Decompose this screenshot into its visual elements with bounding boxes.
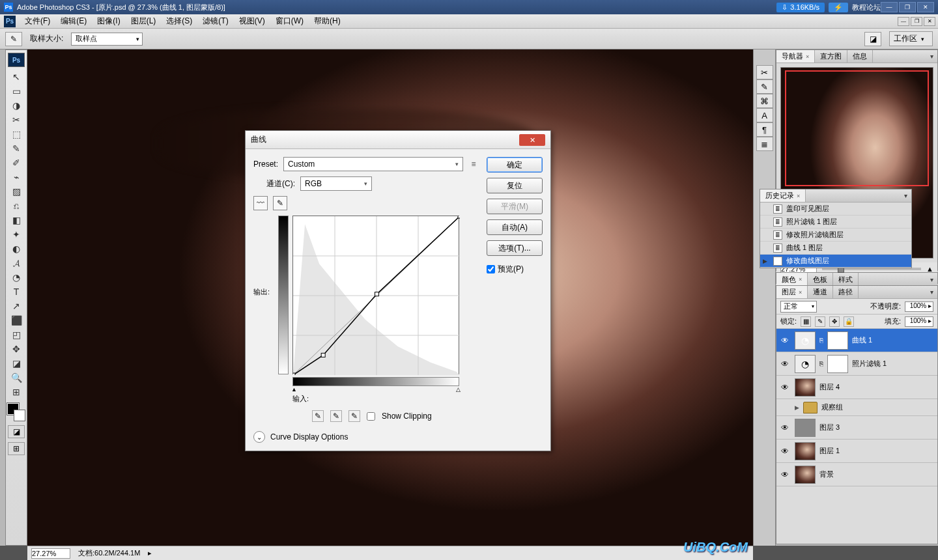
tool-button[interactable]: ✐ <box>8 156 25 170</box>
view-config-icon[interactable]: ◪ <box>864 32 881 46</box>
tab-histogram[interactable]: 直方图 <box>815 50 847 63</box>
panel-menu-icon[interactable]: ▾ <box>926 276 937 283</box>
layer-mask-thumb[interactable] <box>827 331 848 350</box>
menu-item[interactable]: 滤镜(T) <box>197 14 233 28</box>
doc-minimize-button[interactable]: — <box>898 17 909 26</box>
visibility-toggle[interactable]: 👁 <box>779 423 791 432</box>
visibility-toggle[interactable]: 👁 <box>779 336 791 345</box>
tool-button[interactable]: ✎ <box>8 141 25 156</box>
visibility-toggle[interactable]: 👁 <box>779 470 791 479</box>
dock-button[interactable]: A <box>756 108 773 122</box>
navigator-viewport-rect[interactable] <box>785 70 929 186</box>
dialog-titlebar[interactable]: 曲线 ✕ <box>246 131 550 149</box>
blend-mode-select[interactable]: 正常 <box>780 301 817 313</box>
options-button[interactable]: 选项(T)... <box>487 240 543 256</box>
tool-button[interactable]: ⎌ <box>8 199 25 213</box>
menu-item[interactable]: 窗口(W) <box>270 14 309 28</box>
tab-color[interactable]: 颜色× <box>776 273 808 286</box>
layer-row[interactable]: 👁图层 1 <box>776 440 937 463</box>
tool-button[interactable]: ⌁ <box>8 170 25 184</box>
tool-button[interactable]: ⊞ <box>8 385 25 399</box>
smooth-button[interactable]: 平滑(M) <box>487 199 543 214</box>
history-item[interactable]: ≣修改照片滤镜图层 <box>760 229 911 242</box>
dock-button[interactable]: ¶ <box>756 122 773 137</box>
preset-select[interactable]: Custom <box>283 157 463 171</box>
tab-styles[interactable]: 样式 <box>833 273 859 286</box>
tab-paths[interactable]: 路径 <box>833 286 859 298</box>
quick-mask-button[interactable]: ◪ <box>8 425 25 438</box>
doc-restore-button[interactable]: ❐ <box>911 17 922 26</box>
menu-item[interactable]: 图像(I) <box>92 14 125 28</box>
gray-point-eyedropper[interactable]: ✎ <box>330 410 342 422</box>
layer-mask-thumb[interactable] <box>827 355 848 373</box>
status-menu-icon[interactable]: ▸ <box>148 549 152 557</box>
dock-button[interactable]: ✂ <box>756 65 773 79</box>
visibility-toggle[interactable]: 👁 <box>779 359 791 369</box>
background-swatch[interactable] <box>14 410 25 421</box>
layer-row[interactable]: 👁◔⎘曲线 1 <box>776 329 937 352</box>
tool-button[interactable]: ◑ <box>8 98 25 113</box>
eyedropper-tool-icon[interactable]: ✎ <box>5 32 22 46</box>
tool-button[interactable]: ↖ <box>8 70 25 84</box>
history-item[interactable]: ≣曲线 1 图层 <box>760 242 911 255</box>
menu-item[interactable]: 图层(L) <box>126 14 162 28</box>
sample-size-select[interactable]: 取样点 <box>71 33 143 46</box>
history-item[interactable]: ≣盖印可见图层 <box>760 203 911 216</box>
panel-menu-icon[interactable]: ▾ <box>926 288 937 296</box>
lock-all-icon[interactable]: 🔒 <box>844 316 854 327</box>
screen-mode-button[interactable]: ⊞ <box>8 442 25 455</box>
tool-button[interactable]: 𝓐 <box>8 256 25 270</box>
auto-button[interactable]: 自动(A) <box>487 219 543 235</box>
color-swatches[interactable] <box>7 403 25 421</box>
history-item[interactable]: ≣照片滤镜 1 图层 <box>760 216 911 229</box>
dock-button[interactable]: ≣ <box>756 137 773 151</box>
tab-history[interactable]: 历史记录× <box>760 189 806 202</box>
panel-menu-icon[interactable]: ▾ <box>926 53 937 60</box>
tab-channels[interactable]: 通道 <box>808 286 833 298</box>
tool-button[interactable]: ↗ <box>8 299 25 313</box>
menu-item[interactable]: 视图(V) <box>234 14 270 28</box>
menu-item[interactable]: 编辑(E) <box>55 14 92 28</box>
tool-button[interactable]: 🔍 <box>8 371 25 385</box>
tool-button[interactable]: ⬛ <box>8 313 25 328</box>
preset-menu-icon[interactable]: ≡ <box>468 160 479 169</box>
tool-button[interactable]: T <box>8 285 25 299</box>
layer-row[interactable]: ▶观察组 <box>776 399 937 416</box>
panel-collapse-icon[interactable]: ▾ <box>900 192 911 199</box>
tab-navigator[interactable]: 导航器× <box>776 50 815 63</box>
menu-item[interactable]: 文件(F) <box>20 14 55 28</box>
layer-row[interactable]: 👁图层 3 <box>776 416 937 440</box>
tool-button[interactable]: ✂ <box>8 113 25 127</box>
status-zoom-input[interactable] <box>31 548 70 559</box>
minimize-button[interactable]: — <box>881 2 898 12</box>
pencil-mode-button[interactable]: ✎ <box>273 196 287 210</box>
black-point-eyedropper[interactable]: ✎ <box>312 410 324 422</box>
layer-row[interactable]: 👁图层 4 <box>776 376 937 399</box>
fill-input[interactable]: 100% ▸ <box>905 316 933 327</box>
tool-button[interactable]: ▭ <box>8 84 25 98</box>
tool-button[interactable]: ✥ <box>8 342 25 356</box>
tool-button[interactable]: ◧ <box>8 213 25 227</box>
tool-button[interactable]: ◐ <box>8 242 25 256</box>
channel-select[interactable]: RGB <box>300 176 372 191</box>
dialog-close-button[interactable]: ✕ <box>519 134 545 146</box>
dock-button[interactable]: ✎ <box>756 79 773 94</box>
history-item[interactable]: ▶≣修改曲线图层 <box>760 255 911 268</box>
tab-swatches[interactable]: 色板 <box>808 273 833 286</box>
lock-pixels-icon[interactable]: ✎ <box>815 316 825 327</box>
tool-button[interactable]: ⬚ <box>8 127 25 141</box>
layer-row[interactable]: 👁背景 <box>776 463 937 486</box>
white-point-eyedropper[interactable]: ✎ <box>348 410 360 422</box>
visibility-toggle[interactable]: 👁 <box>779 383 791 392</box>
dock-button[interactable]: ⌘ <box>756 94 773 108</box>
curve-graph[interactable] <box>292 216 459 374</box>
curve-mode-button[interactable]: 〰 <box>253 196 268 210</box>
reset-button[interactable]: 复位 <box>487 178 543 193</box>
doc-close-button[interactable]: ✕ <box>924 17 935 26</box>
visibility-toggle[interactable]: 👁 <box>779 447 791 456</box>
tool-button[interactable]: ◔ <box>8 270 25 285</box>
tab-layers[interactable]: 图层× <box>776 286 808 298</box>
maximize-button[interactable]: ❐ <box>899 2 916 12</box>
tool-button[interactable]: ◰ <box>8 328 25 342</box>
lock-position-icon[interactable]: ✥ <box>829 316 840 327</box>
